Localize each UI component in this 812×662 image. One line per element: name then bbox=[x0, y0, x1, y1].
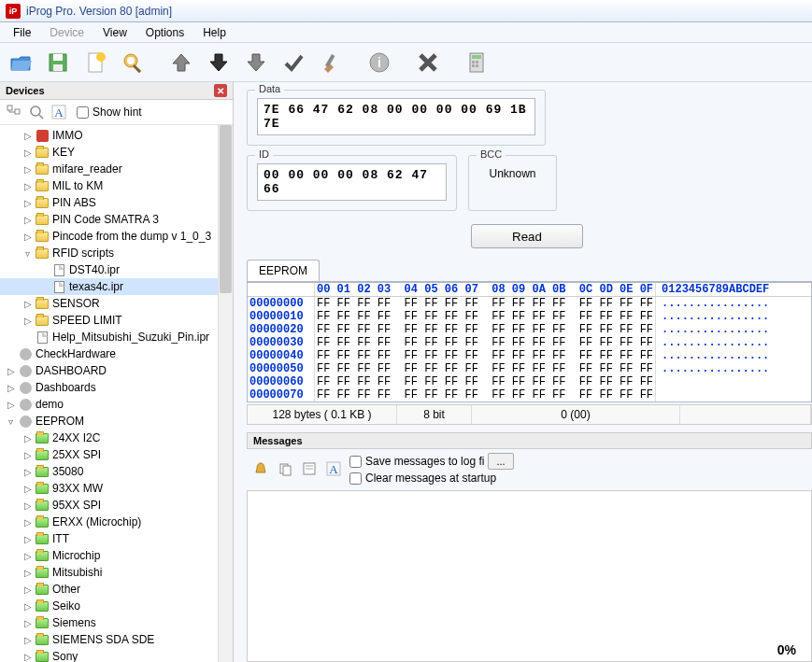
tree-item[interactable]: ▷mifare_reader bbox=[0, 161, 233, 177]
search-icon[interactable] bbox=[116, 46, 150, 79]
menu-help[interactable]: Help bbox=[193, 24, 235, 41]
messages-body[interactable]: 0% bbox=[247, 490, 812, 662]
save-log-checkbox[interactable]: Save messages to log fi ... bbox=[349, 453, 514, 470]
expander-icon[interactable]: ▷ bbox=[22, 585, 33, 595]
tree-item[interactable]: ▷KEY bbox=[0, 144, 233, 161]
tree-icon[interactable] bbox=[6, 104, 22, 120]
expander-icon[interactable]: ▿ bbox=[6, 416, 16, 427]
tree-item[interactable]: ▷Mitsubishi bbox=[0, 564, 233, 581]
expander-icon[interactable]: ▷ bbox=[22, 635, 33, 645]
expander-icon[interactable]: ▷ bbox=[6, 366, 16, 376]
id-value[interactable]: 00 00 00 00 08 62 47 66 bbox=[257, 163, 447, 201]
expander-icon[interactable]: ▷ bbox=[22, 568, 33, 578]
tree-item[interactable]: CheckHardware bbox=[0, 345, 233, 362]
tree-item[interactable]: ▷24XX I2C bbox=[0, 430, 233, 446]
tree-item[interactable]: ▷demo bbox=[0, 396, 233, 413]
tree-item[interactable]: ▷SENSOR bbox=[0, 295, 233, 312]
hex-editor[interactable]: 00 01 02 03 04 05 06 07 08 09 0A 0B 0C 0… bbox=[247, 282, 812, 402]
tree-item[interactable]: ▷PIN ABS bbox=[0, 194, 233, 211]
tree-item[interactable]: ▷Microchip bbox=[0, 547, 233, 564]
tree-item[interactable]: ▷25XX SPI bbox=[0, 446, 233, 463]
arrow-down-icon[interactable] bbox=[239, 46, 273, 79]
expander-icon[interactable]: ▿ bbox=[22, 248, 33, 259]
expander-icon[interactable]: ▷ bbox=[22, 215, 33, 225]
new-file-icon[interactable] bbox=[78, 46, 112, 79]
tree-item[interactable]: ▷SIEMENS SDA SDE bbox=[0, 631, 233, 648]
tree-item[interactable]: ▷IMMO bbox=[0, 127, 233, 144]
expander-icon[interactable]: ▷ bbox=[22, 517, 33, 528]
read-button[interactable]: Read bbox=[471, 224, 583, 248]
tree-item[interactable]: DST40.ipr bbox=[0, 261, 233, 278]
bell-icon[interactable] bbox=[252, 460, 269, 477]
expander-icon[interactable]: ▷ bbox=[22, 618, 33, 628]
expander-icon[interactable]: ▷ bbox=[22, 534, 33, 544]
tree-item[interactable]: ▷35080 bbox=[0, 463, 233, 480]
menu-device[interactable]: Device bbox=[40, 24, 93, 41]
expander-icon[interactable]: ▷ bbox=[22, 299, 33, 309]
show-hint-input[interactable] bbox=[77, 106, 89, 119]
close-x-icon[interactable] bbox=[411, 46, 445, 79]
font-a-icon[interactable]: A bbox=[50, 104, 67, 120]
font-a2-icon[interactable]: A bbox=[325, 460, 342, 477]
clear-icon[interactable] bbox=[301, 460, 318, 477]
tree-item[interactable]: texas4c.ipr bbox=[0, 278, 233, 295]
tree-item[interactable]: ▷MIL to KM bbox=[0, 177, 233, 194]
browse-log-button[interactable]: ... bbox=[488, 453, 513, 470]
expander-icon[interactable]: ▷ bbox=[22, 131, 33, 141]
expander-icon[interactable]: ▷ bbox=[22, 500, 33, 511]
menu-options[interactable]: Options bbox=[136, 24, 193, 41]
tree-item[interactable]: ▷Pincode from the dump v 1_0_3 bbox=[0, 228, 233, 245]
expander-icon[interactable]: ▷ bbox=[22, 198, 33, 208]
expander-icon[interactable]: ▷ bbox=[22, 148, 33, 158]
tree-item[interactable]: ▷DASHBOARD bbox=[0, 362, 233, 379]
tab-eeprom[interactable]: EEPROM bbox=[247, 260, 320, 281]
check-icon[interactable] bbox=[277, 46, 310, 79]
expander-icon[interactable]: ▷ bbox=[22, 601, 33, 612]
expander-icon[interactable]: ▷ bbox=[22, 484, 33, 494]
copy-icon[interactable] bbox=[277, 460, 293, 477]
tree-item[interactable]: ▷ITT bbox=[0, 530, 233, 547]
tree-item[interactable]: ▷Dashboards bbox=[0, 379, 233, 396]
expander-icon[interactable]: ▷ bbox=[22, 450, 33, 460]
tree-item[interactable]: ▷PIN Code SMATRA 3 bbox=[0, 211, 233, 228]
tree-item[interactable]: Help_Mitsubishi_Suzuki_Pin.ipr bbox=[0, 329, 233, 345]
tree-scrollbar[interactable] bbox=[218, 125, 233, 662]
tree-item[interactable]: ▿RFID scripts bbox=[0, 245, 233, 261]
panel-close-icon[interactable]: ✕ bbox=[214, 84, 227, 97]
expander-icon[interactable]: ▷ bbox=[22, 164, 33, 175]
expander-icon[interactable] bbox=[39, 265, 50, 275]
expander-icon[interactable]: ▷ bbox=[22, 551, 33, 561]
tree-item[interactable]: ▿EEPROM bbox=[0, 413, 233, 430]
tree-item[interactable]: ▷Siemens bbox=[0, 614, 233, 631]
info-icon[interactable]: i bbox=[363, 46, 396, 79]
expander-icon[interactable]: ▷ bbox=[6, 383, 16, 393]
brush-icon[interactable] bbox=[314, 46, 348, 79]
magnify-icon[interactable] bbox=[28, 104, 45, 120]
save-icon[interactable] bbox=[41, 46, 75, 79]
expander-icon[interactable]: ▷ bbox=[22, 433, 33, 444]
expander-icon[interactable]: ▷ bbox=[6, 400, 16, 410]
expander-icon[interactable]: ▷ bbox=[22, 181, 33, 191]
expander-icon[interactable]: ▷ bbox=[22, 652, 33, 662]
arrow-down-dark-icon[interactable] bbox=[202, 46, 235, 79]
tree-item[interactable]: ▷95XX SPI bbox=[0, 497, 233, 514]
expander-icon[interactable]: ▷ bbox=[22, 232, 33, 242]
device-tree[interactable]: ▷IMMO▷KEY▷mifare_reader▷MIL to KM▷PIN AB… bbox=[0, 125, 233, 662]
open-file-icon[interactable] bbox=[4, 46, 37, 79]
expander-icon[interactable] bbox=[6, 349, 16, 359]
expander-icon[interactable]: ▷ bbox=[22, 316, 33, 326]
tree-item[interactable]: ▷Seiko bbox=[0, 598, 233, 614]
tree-item[interactable]: ▷SPEED LIMIT bbox=[0, 312, 233, 329]
show-hint-checkbox[interactable]: Show hint bbox=[77, 106, 142, 119]
calculator-icon[interactable] bbox=[460, 46, 493, 79]
data-value[interactable]: 7E 66 47 62 08 00 00 00 00 69 1B 7E bbox=[257, 98, 535, 135]
expander-icon[interactable] bbox=[22, 332, 33, 343]
menu-file[interactable]: File bbox=[4, 24, 40, 41]
clear-startup-checkbox[interactable]: Clear messages at startup bbox=[349, 472, 514, 485]
tree-item[interactable]: ▷93XX MW bbox=[0, 480, 233, 497]
tree-item[interactable]: ▷Other bbox=[0, 581, 233, 598]
tree-item[interactable]: ▷ERXX (Microchip) bbox=[0, 514, 233, 530]
menu-view[interactable]: View bbox=[93, 24, 136, 41]
tree-item[interactable]: ▷Sony bbox=[0, 648, 233, 662]
arrow-up-icon[interactable] bbox=[164, 46, 198, 79]
